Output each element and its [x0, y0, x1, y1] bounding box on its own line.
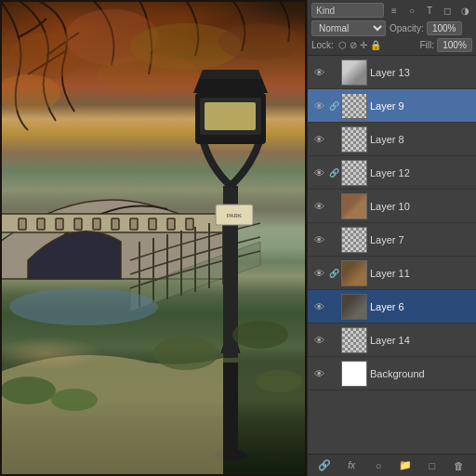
svg-point-4	[0, 74, 60, 112]
fill-label: Fill:	[419, 40, 434, 50]
eye-icon-background[interactable]: 👁	[311, 366, 326, 381]
fx-btn[interactable]: fx	[343, 457, 360, 474]
opacity-label: Opacity:	[390, 23, 424, 33]
canvas-illustration: PARK	[0, 0, 307, 476]
svg-point-5	[98, 54, 200, 95]
svg-point-34	[0, 377, 56, 404]
svg-point-37	[232, 321, 288, 349]
svg-rect-16	[186, 218, 193, 230]
svg-rect-30	[205, 102, 256, 130]
layer-thumb-layer8	[341, 126, 367, 152]
shape-filter-btn[interactable]: ◻	[440, 3, 455, 18]
new-layer-btn[interactable]: □	[424, 457, 441, 474]
eye-icon-layer10[interactable]: 👁	[311, 199, 326, 214]
layer-name-layer11: Layer 11	[370, 268, 472, 279]
blend-row: Normal Opacity: 100%	[311, 20, 472, 36]
fill-control: Fill: 100%	[419, 38, 472, 52]
svg-rect-11	[93, 218, 100, 230]
delete-layer-btn[interactable]: 🗑	[451, 457, 468, 474]
lock-position-icon[interactable]: ✛	[360, 40, 367, 50]
eye-icon-layer6[interactable]: 👁	[311, 299, 326, 314]
layer-thumb-layer10	[341, 193, 367, 219]
layer-thumb-layer14	[341, 327, 367, 353]
filter-icon-btn[interactable]: ≡	[387, 3, 402, 18]
layer-name-layer6: Layer 6	[370, 301, 472, 312]
layer-item-layer13[interactable]: 👁Layer 13	[308, 56, 476, 89]
eye-icon-layer13[interactable]: 👁	[311, 65, 326, 80]
svg-point-3	[218, 23, 302, 60]
layer-item-layer8[interactable]: 👁Layer 8	[308, 123, 476, 156]
lock-pixels-icon[interactable]: ⊘	[350, 40, 357, 50]
eye-icon-layer14[interactable]: 👁	[311, 333, 326, 348]
layer-item-layer12[interactable]: 👁🔗Layer 12	[308, 156, 476, 190]
svg-rect-14	[149, 218, 156, 230]
search-row: Kind ≡ ○ T ◻ ◑	[311, 3, 472, 18]
svg-point-36	[153, 337, 218, 370]
layer-thumb-layer11	[341, 260, 367, 286]
layer-name-layer8: Layer 8	[370, 134, 472, 145]
svg-rect-13	[130, 218, 138, 230]
lock-transparent-icon[interactable]: ⬡	[338, 40, 347, 50]
opacity-control: Opacity: 100%	[390, 21, 462, 35]
search-box[interactable]: Kind	[311, 3, 384, 18]
layer-name-layer13: Layer 13	[370, 67, 472, 78]
adj-filter-btn[interactable]: ◑	[457, 3, 472, 18]
link-layer-btn[interactable]: 🔗	[316, 457, 333, 474]
lock-row: Lock: ⬡ ⊘ ✛ 🔒 Fill: 100%	[311, 38, 472, 52]
circle-filter-btn[interactable]: ○	[404, 3, 419, 18]
lock-all-icon[interactable]: 🔒	[370, 40, 381, 50]
fill-value[interactable]: 100%	[437, 38, 472, 52]
svg-point-33	[9, 288, 158, 325]
layer-name-layer14: Layer 14	[370, 335, 472, 346]
blend-mode-select[interactable]: Normal	[311, 20, 386, 36]
layer-thumb-layer13	[341, 60, 367, 86]
group-btn[interactable]: 📁	[397, 457, 414, 474]
link-icon-layer11: 🔗	[329, 269, 338, 278]
link-icon-layer12: 🔗	[329, 168, 338, 178]
svg-rect-15	[167, 218, 175, 230]
layer-thumb-layer6	[341, 294, 367, 320]
svg-text:PARK: PARK	[227, 213, 242, 218]
layer-thumb-layer7	[341, 227, 367, 253]
layer-item-layer7[interactable]: 👁Layer 7	[308, 223, 476, 257]
layers-panel: Kind ≡ ○ T ◻ ◑ Normal Opacity: 100% Lock…	[307, 0, 476, 476]
panel-header: Kind ≡ ○ T ◻ ◑ Normal Opacity: 100% Lock…	[308, 0, 476, 56]
layer-item-layer14[interactable]: 👁Layer 14	[308, 324, 476, 357]
layer-thumb-layer9	[341, 93, 367, 119]
svg-rect-26	[223, 363, 238, 456]
layer-thumb-background	[341, 361, 367, 387]
eye-icon-layer11[interactable]: 👁	[311, 266, 326, 281]
svg-rect-9	[56, 218, 63, 230]
eye-icon-layer9[interactable]: 👁	[311, 99, 326, 113]
layer-name-layer12: Layer 12	[370, 167, 472, 178]
svg-rect-10	[74, 218, 82, 230]
svg-rect-7	[19, 218, 26, 230]
text-filter-btn[interactable]: T	[422, 3, 437, 18]
eye-icon-layer8[interactable]: 👁	[311, 132, 326, 147]
mask-btn[interactable]: ○	[370, 457, 387, 474]
canvas-area: PARK	[0, 0, 307, 476]
layer-item-layer11[interactable]: 👁🔗Layer 11	[308, 257, 476, 290]
layer-name-layer9: Layer 9	[370, 100, 472, 112]
eye-icon-layer7[interactable]: 👁	[311, 232, 326, 247]
svg-rect-8	[37, 218, 45, 230]
layer-name-background: Background	[370, 368, 472, 379]
svg-point-38	[256, 370, 302, 392]
panel-footer: 🔗 fx ○ 📁 □ 🗑	[308, 454, 476, 476]
layer-item-background[interactable]: 👁Background	[308, 357, 476, 390]
canvas-background: PARK	[0, 0, 307, 476]
search-kind-label: Kind	[316, 6, 335, 16]
layer-thumb-layer12	[341, 160, 367, 186]
lock-label: Lock:	[311, 40, 334, 50]
opacity-value[interactable]: 100%	[427, 21, 462, 35]
layer-item-layer6[interactable]: 👁Layer 6	[308, 290, 476, 324]
link-icon-layer9: 🔗	[329, 101, 338, 111]
eye-icon-layer12[interactable]: 👁	[311, 165, 326, 180]
layer-item-layer10[interactable]: 👁Layer 10	[308, 190, 476, 223]
layer-name-layer7: Layer 7	[370, 234, 472, 245]
layer-item-layer9[interactable]: 👁🔗Layer 9	[308, 89, 476, 123]
svg-point-35	[51, 389, 98, 411]
svg-rect-12	[112, 218, 119, 230]
layer-name-layer10: Layer 10	[370, 201, 472, 212]
layers-list: 👁Layer 13👁🔗Layer 9👁Layer 8👁🔗Layer 12👁Lay…	[308, 56, 476, 454]
